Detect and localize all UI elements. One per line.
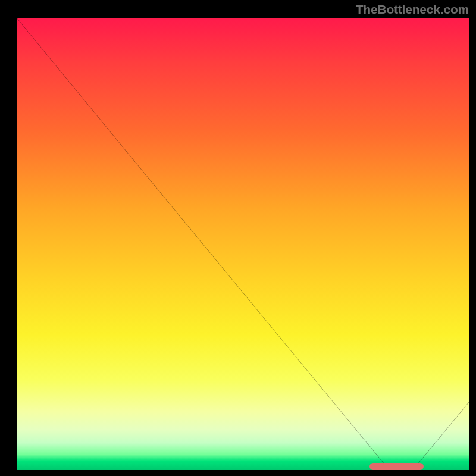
highlight-marker (369, 463, 424, 470)
attribution-label: TheBottleneck.com (356, 2, 469, 17)
bottleneck-curve (17, 18, 469, 468)
curve-layer (17, 18, 469, 470)
chart-frame: TheBottleneck.com (0, 0, 476, 476)
plot-area (17, 18, 469, 470)
